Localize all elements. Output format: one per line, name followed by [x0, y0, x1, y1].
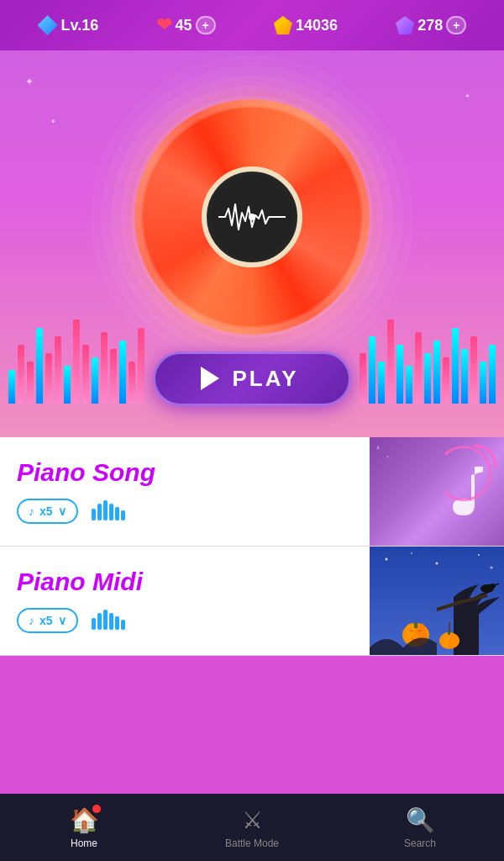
svg-rect-12: [121, 620, 125, 630]
sparkle-card2: ♦: [386, 454, 389, 459]
eq-bar-right-10: [452, 328, 459, 404]
piano-midi-title: Piano Midi: [17, 568, 353, 595]
eq-bar-left-3: [36, 328, 43, 404]
play-button-container: PLAY: [153, 351, 352, 406]
waveform-icon: [218, 200, 286, 234]
play-button[interactable]: PLAY: [153, 351, 352, 406]
midi-music-note-icon: ♪: [29, 614, 34, 627]
sparkle-1: ✦: [25, 76, 34, 87]
eq-bar-left-0: [8, 370, 15, 404]
svg-point-16: [436, 563, 438, 565]
eq-bars-left: [0, 269, 153, 404]
battle-label: Battle Mode: [225, 837, 279, 849]
svg-rect-9: [103, 610, 108, 630]
home-icon-wrapper: 🏠: [70, 806, 99, 834]
heart-icon: ❤: [156, 14, 171, 36]
chevron-down-icon: ∨: [58, 504, 66, 518]
piano-midi-badge-label: x5: [39, 614, 53, 627]
sparkle-card1: ♦: [376, 444, 380, 452]
eq-bar-left-5: [55, 336, 61, 404]
bottom-nav: 🏠 Home ⚔ Battle Mode 🔍 Search: [0, 794, 504, 861]
eq-bar-right-8: [433, 341, 440, 404]
svg-point-18: [491, 567, 493, 569]
eq-bar-right-9: [443, 357, 449, 404]
music-area: ✦ ✦ ✦ PLAY: [0, 50, 504, 437]
eq-bar-right-13: [480, 362, 486, 404]
header: Lv.16 ❤ 45 + 14036 278 +: [0, 0, 504, 50]
piano-song-background: ♦ ♦: [370, 437, 504, 546]
svg-point-15: [411, 552, 412, 554]
piano-midi-controls: ♪ x5 ∨: [17, 606, 353, 634]
eq-bar-left-9: [92, 357, 98, 404]
audio-bars-icon[interactable]: [92, 497, 125, 525]
eq-bar-left-6: [64, 366, 71, 404]
hearts-count: 45: [175, 17, 192, 34]
gems-plus-button[interactable]: +: [446, 16, 466, 34]
nav-search[interactable]: 🔍 Search: [386, 806, 454, 849]
vinyl-disc: [134, 99, 370, 335]
svg-rect-2: [97, 504, 102, 520]
eq-bar-right-4: [396, 345, 403, 404]
eq-bar-left-10: [101, 332, 108, 404]
svg-point-0: [249, 214, 255, 220]
svg-rect-6: [121, 510, 125, 520]
piano-midi-background: [370, 547, 504, 655]
eq-bar-left-4: [45, 353, 52, 404]
svg-point-32: [439, 632, 459, 649]
eq-bar-left-1: [18, 345, 24, 404]
battle-icon: ⚔: [242, 806, 263, 834]
level-display: Lv.16: [38, 15, 99, 35]
eq-bar-left-13: [129, 362, 135, 404]
piano-song-badge-label: x5: [39, 504, 53, 518]
eq-bar-left-14: [138, 328, 144, 404]
eq-bar-left-12: [119, 341, 126, 404]
halloween-scene-svg: [370, 547, 504, 655]
piano-midi-badge[interactable]: ♪ x5 ∨: [17, 608, 78, 633]
search-label: Search: [404, 837, 436, 849]
eq-bar-right-2: [378, 362, 385, 404]
gold-count: 14036: [296, 17, 338, 34]
eq-bars-right: [351, 269, 504, 404]
svg-rect-1: [92, 509, 96, 520]
eq-bar-right-11: [461, 349, 468, 404]
svg-point-14: [386, 558, 388, 561]
nav-battle[interactable]: ⚔ Battle Mode: [218, 806, 286, 849]
midi-audio-bars-icon[interactable]: [92, 606, 125, 634]
piano-midi-left: Piano Midi ♪ x5 ∨: [0, 547, 370, 655]
svg-rect-11: [115, 616, 119, 630]
level-diamond-icon: [38, 15, 58, 35]
eq-bar-right-14: [489, 345, 496, 404]
svg-rect-8: [97, 613, 102, 630]
eq-bar-right-0: [360, 353, 366, 404]
gem-icon: [396, 16, 414, 34]
midi-audio-bars-svg: [92, 606, 125, 630]
eq-bar-left-7: [73, 320, 80, 404]
midi-chevron-down-icon: ∨: [58, 614, 66, 627]
nav-home[interactable]: 🏠 Home: [50, 806, 118, 849]
svg-rect-7: [92, 618, 96, 630]
sparkle-3: ✦: [50, 118, 56, 125]
piano-song-card[interactable]: Piano Song ♪ x5 ∨: [0, 437, 504, 547]
piano-song-badge[interactable]: ♪ x5 ∨: [17, 499, 78, 524]
vinyl-record[interactable]: [134, 99, 370, 335]
eq-bar-left-8: [82, 345, 89, 404]
piano-song-image: ♦ ♦: [370, 437, 504, 546]
eq-bar-right-7: [424, 353, 431, 404]
piano-song-left: Piano Song ♪ x5 ∨: [0, 437, 370, 546]
play-label: PLAY: [233, 366, 299, 392]
home-label: Home: [71, 837, 97, 849]
hearts-display: ❤ 45 +: [156, 14, 215, 36]
svg-rect-4: [109, 504, 113, 520]
gold-display: 14036: [274, 16, 338, 34]
piano-midi-card[interactable]: Piano Midi ♪ x5 ∨: [0, 547, 504, 656]
eq-bar-right-3: [387, 320, 394, 404]
eq-bar-left-2: [27, 362, 34, 404]
svg-point-20: [489, 584, 496, 589]
hearts-plus-button[interactable]: +: [196, 16, 216, 34]
gems-display: 278 +: [396, 16, 466, 34]
sparkle-2: ✦: [465, 92, 470, 100]
eq-bar-right-6: [415, 332, 422, 404]
level-label: Lv.16: [61, 17, 99, 34]
svg-rect-3: [103, 500, 108, 520]
vinyl-center: [202, 166, 302, 267]
